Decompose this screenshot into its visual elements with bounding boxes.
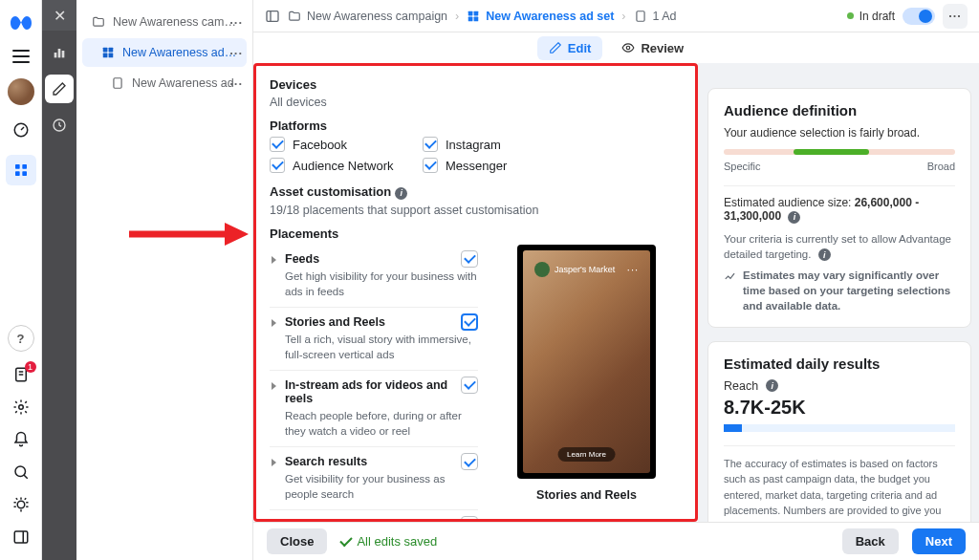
close-editor-button[interactable]: ✕: [42, 0, 76, 31]
meta-logo-icon: [10, 11, 33, 34]
eye-icon: [621, 41, 635, 54]
bug-icon[interactable]: [11, 495, 31, 514]
devices-title: Devices: [270, 77, 682, 92]
crumb-adset[interactable]: New Awareness ad set: [467, 10, 614, 23]
info-icon[interactable]: i: [766, 379, 778, 392]
panel-icon[interactable]: [11, 528, 31, 547]
grid-small-icon: [467, 10, 480, 23]
svg-rect-10: [54, 53, 57, 57]
audience-gauge: [724, 149, 955, 155]
chart-icon[interactable]: [45, 38, 74, 67]
pencil-icon: [549, 41, 562, 54]
placement-checkbox[interactable]: [461, 453, 478, 470]
reach-label: Reachi: [724, 379, 955, 393]
placement-instream[interactable]: In-stream ads for videos and reels Reach…: [270, 371, 478, 447]
gauge-icon[interactable]: [11, 120, 31, 140]
svg-rect-22: [468, 16, 473, 21]
svg-rect-18: [114, 78, 121, 89]
publish-toggle[interactable]: [903, 8, 935, 25]
tab-label: Review: [641, 41, 684, 55]
breadcrumb-bar: New Awareness campaign › New Awareness a…: [253, 0, 979, 32]
info-icon[interactable]: i: [788, 211, 800, 224]
chevron-right-icon: ›: [455, 10, 459, 23]
info-icon[interactable]: i: [395, 187, 407, 200]
more-icon[interactable]: ···: [229, 15, 243, 30]
audience-gauge-labels: SpecificBroad: [724, 161, 955, 172]
tree-item-label: New Awareness ad: [132, 76, 234, 90]
crumb-campaign[interactable]: New Awareness campaign: [288, 10, 447, 23]
svg-rect-21: [474, 11, 479, 15]
placement-checkbox[interactable]: [461, 313, 478, 331]
svg-rect-9: [14, 531, 28, 543]
reach-value: 8.7K-25K: [724, 397, 955, 419]
tree-item-campaign[interactable]: New Awareness camp… ···: [82, 8, 247, 36]
platform-audience-network[interactable]: Audience Network: [270, 158, 403, 173]
preview-cta: Learn More: [557, 447, 616, 462]
back-button[interactable]: Back: [842, 528, 899, 554]
platform-instagram[interactable]: Instagram: [423, 137, 556, 152]
placement-checkbox[interactable]: [461, 377, 478, 394]
trend-icon: [724, 269, 737, 283]
editor-tabstrip: ✕: [42, 0, 76, 560]
placement-checkbox[interactable]: [461, 250, 478, 268]
tree-item-ad[interactable]: New Awareness ad ···: [82, 69, 247, 97]
platform-messenger[interactable]: Messenger: [423, 158, 556, 173]
svg-rect-16: [103, 54, 108, 58]
review-tab[interactable]: Review: [610, 36, 695, 60]
more-icon[interactable]: ···: [229, 46, 243, 60]
placement-messages[interactable]: Messages Send offers or updates to peopl…: [270, 510, 478, 522]
svg-point-6: [18, 405, 23, 410]
svg-rect-4: [22, 171, 27, 176]
placement-stories-reels[interactable]: Stories and Reels Tell a rich, visual st…: [270, 308, 478, 371]
svg-point-25: [627, 46, 631, 50]
placements-title: Placements: [270, 226, 682, 241]
asset-customisation-sub: 19/18 placements that support asset cust…: [270, 204, 682, 217]
checkbox-icon: [270, 158, 285, 173]
placement-search[interactable]: Search results Get visibility for your b…: [270, 447, 478, 510]
clock-icon[interactable]: [45, 111, 74, 140]
crumb-ad[interactable]: 1 Ad: [634, 10, 677, 23]
svg-rect-12: [62, 51, 65, 57]
pencil-icon[interactable]: [45, 75, 74, 103]
svg-rect-2: [22, 164, 27, 169]
tree-item-label: New Awareness ad …: [122, 46, 237, 59]
menu-icon[interactable]: [12, 50, 30, 63]
checkbox-icon: [423, 137, 438, 152]
platforms-title: Platforms: [270, 118, 682, 133]
info-icon[interactable]: i: [818, 248, 831, 261]
svg-rect-24: [636, 11, 643, 21]
edit-tab[interactable]: Edit: [537, 36, 603, 60]
card-title: Audience definition: [724, 102, 955, 118]
document-icon[interactable]: [11, 365, 31, 384]
bell-icon[interactable]: [11, 430, 31, 449]
phone-mock: Jasper's Market ··· Learn More: [517, 245, 656, 479]
help-icon[interactable]: ?: [8, 325, 34, 352]
tree-item-adset[interactable]: New Awareness ad … ···: [82, 38, 247, 67]
edit-review-tabs: Edit Review: [253, 32, 979, 63]
crumb-label: 1 Ad: [653, 10, 677, 23]
platform-facebook[interactable]: Facebook: [270, 137, 403, 152]
audience-definition-card: Audience definition Your audience select…: [707, 88, 971, 328]
more-icon[interactable]: ···: [229, 76, 243, 91]
checkbox-icon: [423, 158, 438, 173]
search-icon[interactable]: [11, 463, 31, 482]
preview-screen: Jasper's Market ··· Learn More: [523, 250, 650, 473]
page-icon: [111, 76, 124, 90]
crumb-label: New Awareness ad set: [486, 10, 614, 23]
placements-list: Feeds Get high visibility for your busin…: [270, 245, 478, 523]
panel-toggle-icon[interactable]: [265, 9, 280, 24]
svg-rect-11: [58, 49, 61, 57]
svg-point-7: [15, 466, 26, 477]
folder-icon: [288, 10, 301, 23]
preview-brand: Jasper's Market: [534, 262, 615, 277]
close-button[interactable]: Close: [267, 528, 327, 554]
gear-icon[interactable]: [11, 398, 31, 417]
card-title: Estimated daily results: [724, 355, 955, 372]
next-button[interactable]: Next: [912, 528, 966, 554]
avatar[interactable]: [8, 78, 34, 105]
grid-icon[interactable]: [6, 155, 36, 185]
estimated-audience-size: Estimated audience size: 26,600,000 - 31…: [724, 185, 955, 224]
placement-feeds[interactable]: Feeds Get high visibility for your busin…: [270, 245, 478, 308]
tab-label: Edit: [568, 41, 592, 55]
more-menu-button[interactable]: ···: [943, 4, 968, 29]
